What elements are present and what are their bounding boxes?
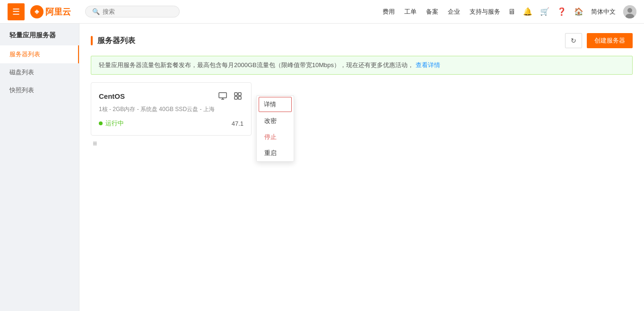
cart-icon[interactable]: 🛒: [540, 7, 549, 16]
sidebar-item-disk-list[interactable]: 磁盘列表: [0, 63, 79, 81]
status-text: 运行中: [105, 119, 124, 128]
more-icon[interactable]: ≡: [93, 139, 97, 148]
dropdown-item-detail[interactable]: 详情: [259, 97, 292, 112]
svg-rect-6: [235, 93, 237, 95]
search-bar[interactable]: 🔍: [85, 6, 180, 17]
card-icon-group: [217, 90, 244, 102]
server-os-name: CentOS: [99, 92, 125, 100]
sidebar-item-snapshot-list[interactable]: 快照列表: [0, 81, 79, 99]
language-selector[interactable]: 简体中文: [591, 8, 616, 16]
card-header: CentOS: [99, 90, 244, 102]
svg-rect-8: [235, 96, 237, 99]
banner-text: 轻量应用服务器流量包新套餐发布，最高包含每月2000GB流量包（限峰值带宽10M…: [99, 61, 414, 69]
status-dot-icon: [99, 121, 103, 125]
nav-links: 费用 工单 备案 企业 支持与服务: [383, 8, 500, 16]
help-icon[interactable]: ❓: [557, 7, 566, 16]
context-dropdown-menu: 详情 改密 停止 重启: [256, 95, 294, 162]
monitor-icon[interactable]: 🖥: [508, 8, 515, 16]
more-icon-row: ≡: [91, 139, 633, 148]
server-spec: 1核 - 2GB内存 - 系统盘 40GB SSD云盘 - 上海: [99, 105, 244, 113]
avatar[interactable]: [623, 5, 636, 18]
server-card-wrap: CentOS: [91, 82, 252, 136]
sidebar-title: 轻量应用服务器: [0, 24, 79, 45]
dropdown-item-restart[interactable]: 重启: [257, 145, 294, 161]
banner-link[interactable]: 查看详情: [416, 61, 440, 69]
create-server-button[interactable]: 创建服务器: [587, 33, 633, 48]
menu-button[interactable]: ☰: [8, 3, 25, 20]
promo-banner: 轻量应用服务器流量包新套餐发布，最高包含每月2000GB流量包（限峰值带宽10M…: [91, 56, 633, 75]
grid-card-icon[interactable]: [232, 90, 244, 102]
page-title-wrap: 服务器列表: [91, 36, 135, 46]
page-title: 服务器列表: [97, 36, 135, 46]
sidebar: 轻量应用服务器 服务器列表 磁盘列表 快照列表: [0, 24, 79, 311]
svg-rect-7: [238, 93, 241, 95]
search-icon: 🔍: [92, 8, 100, 15]
home-icon[interactable]: 🏠: [574, 7, 583, 16]
nav-link-enterprise[interactable]: 企业: [448, 8, 460, 16]
bell-icon[interactable]: 🔔: [523, 7, 532, 16]
svg-rect-3: [219, 93, 226, 98]
nav-link-beian[interactable]: 备案: [426, 8, 438, 16]
topnav-icons: 🖥 🔔 🛒 ❓ 🏠 简体中文: [508, 5, 636, 18]
server-status: 运行中: [99, 119, 124, 128]
layout: 轻量应用服务器 服务器列表 磁盘列表 快照列表 服务器列表 ↻ 创建服务器 轻量…: [0, 24, 644, 311]
server-card: CentOS: [91, 82, 252, 136]
svg-rect-9: [238, 96, 241, 99]
nav-link-fee[interactable]: 费用: [383, 8, 395, 16]
card-footer: 运行中 47.1: [99, 119, 244, 128]
search-input[interactable]: [103, 8, 173, 15]
server-ip: 47.1: [232, 120, 244, 127]
header-actions: ↻ 创建服务器: [565, 33, 633, 48]
page-header: 服务器列表 ↻ 创建服务器: [91, 33, 633, 48]
topnav: ☰ 阿里云 🔍 费用 工单 备案 企业 支持与服务 🖥 🔔 🛒 ❓ 🏠 简体中文: [0, 0, 644, 24]
logo-text: 阿里云: [45, 6, 71, 17]
monitor-card-icon[interactable]: [217, 90, 228, 102]
title-bar-decoration: [91, 36, 93, 45]
menu-icon: ☰: [12, 8, 20, 16]
logo[interactable]: 阿里云: [30, 5, 71, 18]
refresh-button[interactable]: ↻: [565, 33, 582, 48]
nav-link-ticket[interactable]: 工单: [404, 8, 417, 16]
logo-arrow-icon: [30, 5, 44, 18]
sidebar-item-server-list[interactable]: 服务器列表: [0, 45, 79, 63]
svg-point-1: [627, 8, 632, 13]
dropdown-item-stop[interactable]: 停止: [257, 129, 294, 145]
nav-link-support[interactable]: 支持与服务: [470, 8, 500, 16]
dropdown-item-change-password[interactable]: 改密: [257, 113, 294, 129]
main-content: 服务器列表 ↻ 创建服务器 轻量应用服务器流量包新套餐发布，最高包含每月2000…: [79, 24, 644, 311]
